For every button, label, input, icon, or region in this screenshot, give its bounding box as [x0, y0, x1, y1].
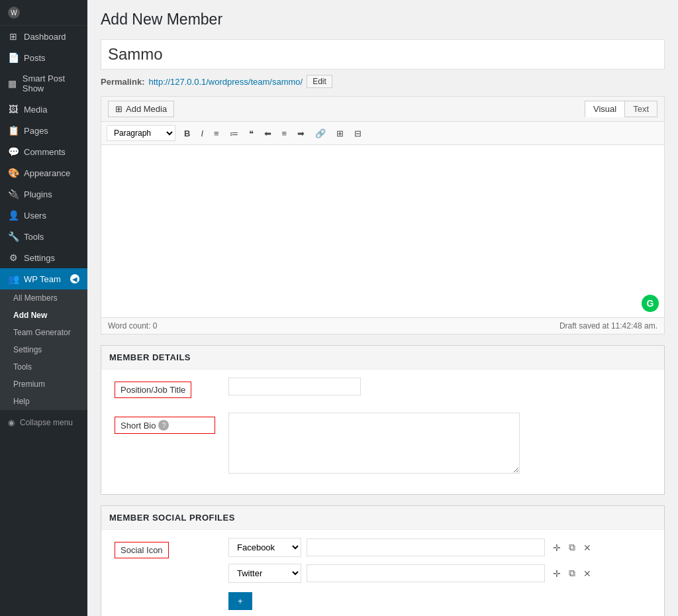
social-delete-button-1[interactable]: ✕ — [581, 541, 594, 554]
align-right-button[interactable]: ➡ — [293, 126, 309, 141]
blockquote-button[interactable]: ❝ — [244, 126, 258, 141]
link-button[interactable]: 🔗 — [311, 126, 330, 141]
add-social-button[interactable]: + — [228, 592, 252, 610]
position-label: Position/Job Title — [112, 378, 218, 402]
sidebar-item-comments[interactable]: 💬 Comments — [0, 141, 87, 162]
permalink-label: Permalink: — [101, 77, 144, 87]
sidebar-item-settings[interactable]: ⚙ Settings — [0, 247, 87, 268]
sidebar-item-tools[interactable]: 🔧 Tools — [0, 226, 87, 247]
sidebar-item-plugins[interactable]: 🔌 Plugins — [0, 183, 87, 205]
tab-text[interactable]: Text — [624, 101, 657, 117]
short-bio-text: Short Bio — [121, 421, 156, 431]
unordered-list-button[interactable]: ≡ — [209, 126, 224, 141]
editor-view-tabs: Visual Text — [585, 101, 657, 117]
sidebar-item-posts[interactable]: 📄 Posts — [0, 47, 87, 68]
comments-icon: 💬 — [8, 146, 19, 157]
appearance-icon: 🎨 — [8, 168, 19, 178]
member-social-body: Social Icon Facebook Twitter LinkedIn In… — [101, 530, 664, 616]
permalink-row: Permalink: http://127.0.0.1/wordpress/te… — [101, 75, 665, 88]
format-select[interactable]: Paragraph Heading 1 Heading 2 Heading 3 … — [107, 125, 175, 141]
sidebar: W ⊞ Dashboard 📄 Posts ▦ Smart Post Show … — [0, 0, 87, 616]
sidebar-item-dashboard[interactable]: ⊞ Dashboard — [0, 26, 87, 47]
sidebar-item-label: Settings — [24, 253, 55, 263]
social-row-twitter: Facebook Twitter LinkedIn Instagram YouT… — [228, 564, 654, 583]
main-content: Add New Member Permalink: http://127.0.0… — [87, 0, 678, 616]
short-bio-help-icon[interactable]: ? — [158, 420, 169, 431]
sidebar-logo: W — [0, 0, 87, 26]
social-copy-button-2[interactable]: ⧉ — [566, 566, 578, 580]
member-details-header: MEMBER DETAILS — [101, 346, 664, 370]
dashboard-icon: ⊞ — [8, 31, 19, 42]
sidebar-item-label: WP Team — [24, 274, 61, 284]
member-social-box: MEMBER SOCIAL PROFILES Social Icon Faceb… — [101, 505, 665, 616]
social-delete-button-2[interactable]: ✕ — [581, 567, 594, 580]
submenu-add-new[interactable]: Add New — [0, 307, 87, 324]
submenu-settings[interactable]: Settings — [0, 341, 87, 358]
social-drag-button-2[interactable]: ✛ — [550, 567, 563, 580]
sidebar-item-users[interactable]: 👤 Users — [0, 205, 87, 226]
sidebar-item-pages[interactable]: 📋 Pages — [0, 120, 87, 141]
short-bio-label-box: Short Bio ? — [115, 417, 215, 434]
member-social-header: MEMBER SOCIAL PROFILES — [101, 506, 664, 530]
submenu-team-generator[interactable]: Team Generator — [0, 324, 87, 341]
submenu-item-label: Premium — [13, 380, 45, 389]
sidebar-item-smart-post-show[interactable]: ▦ Smart Post Show — [0, 68, 87, 99]
smart-post-show-icon: ▦ — [8, 78, 17, 89]
position-input[interactable] — [228, 378, 361, 395]
draft-saved: Draft saved at 11:42:48 am. — [559, 321, 657, 331]
posts-icon: 📄 — [8, 52, 19, 63]
add-media-icon: ⊞ — [115, 104, 122, 114]
collapse-icon: ◉ — [8, 418, 15, 427]
social-platform-select-2[interactable]: Facebook Twitter LinkedIn Instagram YouT… — [228, 564, 301, 583]
field-row-short-bio: Short Bio ? — [112, 413, 654, 476]
sidebar-item-wp-team[interactable]: 👥 WP Team ◀ — [0, 268, 87, 289]
short-bio-label: Short Bio ? — [112, 413, 218, 438]
submenu-all-members[interactable]: All Members — [0, 289, 87, 307]
toolbar-toggle-button[interactable]: ⊟ — [350, 126, 366, 141]
plugins-icon: 🔌 — [8, 189, 19, 199]
tools-icon: 🔧 — [8, 231, 19, 242]
italic-button[interactable]: I — [196, 126, 208, 141]
submenu-tools[interactable]: Tools — [0, 358, 87, 376]
social-url-input-2[interactable] — [307, 564, 545, 582]
sidebar-item-label: Users — [24, 211, 46, 221]
sidebar-item-media[interactable]: 🖼 Media — [0, 99, 87, 120]
add-media-button[interactable]: ⊞ Add Media — [108, 101, 174, 117]
post-title-input[interactable] — [101, 39, 665, 70]
tab-visual[interactable]: Visual — [585, 101, 624, 117]
submenu-item-label: Help — [13, 397, 30, 406]
submenu-premium[interactable]: Premium — [0, 376, 87, 393]
sidebar-item-label: Dashboard — [24, 32, 66, 42]
permalink-link[interactable]: http://127.0.0.1/wordpress/team/sammo/ — [148, 77, 303, 87]
sidebar-item-appearance[interactable]: 🎨 Appearance — [0, 162, 87, 183]
align-left-button[interactable]: ⬅ — [260, 126, 276, 141]
table-button[interactable]: ⊞ — [332, 126, 348, 141]
sidebar-item-label: Plugins — [24, 189, 52, 199]
bold-button[interactable]: B — [179, 126, 195, 141]
sidebar-item-label: Pages — [24, 126, 48, 136]
short-bio-textarea[interactable] — [228, 413, 520, 474]
submenu-item-label: Tools — [13, 362, 32, 372]
editor-body[interactable]: G — [101, 145, 664, 317]
word-count: Word count: 0 — [108, 321, 157, 331]
submenu-item-label: Settings — [13, 345, 42, 354]
align-center-button[interactable]: ≡ — [277, 126, 292, 141]
ordered-list-button[interactable]: ≔ — [225, 126, 243, 141]
sidebar-item-label: Tools — [24, 232, 44, 242]
social-url-input-1[interactable] — [307, 539, 545, 556]
settings-icon: ⚙ — [8, 252, 19, 263]
editor-format-bar: Paragraph Heading 1 Heading 2 Heading 3 … — [101, 122, 664, 145]
wp-team-submenu: All Members Add New Team Generator Setti… — [0, 289, 87, 410]
field-row-position: Position/Job Title — [112, 378, 654, 402]
collapse-menu-button[interactable]: ◉ Collapse menu — [0, 413, 87, 433]
social-actions-1: ✛ ⧉ ✕ — [550, 540, 594, 554]
permalink-edit-button[interactable]: Edit — [307, 75, 332, 88]
social-platform-select-1[interactable]: Facebook Twitter LinkedIn Instagram YouT… — [228, 538, 301, 557]
sidebar-item-label: Posts — [24, 53, 46, 63]
social-actions-2: ✛ ⧉ ✕ — [550, 566, 594, 580]
users-icon: 👤 — [8, 210, 19, 221]
social-drag-button-1[interactable]: ✛ — [550, 541, 563, 554]
submenu-help[interactable]: Help — [0, 393, 87, 410]
wp-team-icon: 👥 — [8, 274, 19, 284]
social-copy-button-1[interactable]: ⧉ — [566, 540, 578, 554]
